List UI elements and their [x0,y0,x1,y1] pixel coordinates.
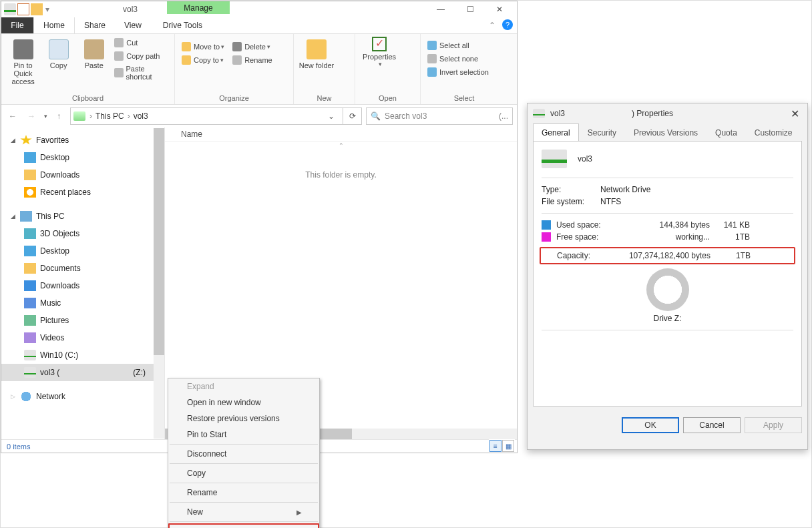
3d-objects-icon [24,228,36,239]
organize-group-label: Organize [175,93,293,104]
copy-to-button[interactable]: Copy to▾ [182,55,224,65]
close-button[interactable]: ✕ [788,107,802,120]
move-to-icon [182,42,191,51]
close-button[interactable]: ✕ [485,2,514,17]
open-group-label: Open [355,93,420,104]
drive-icon [533,109,545,118]
tab-previous-versions[interactable]: Previous Versions [625,123,706,141]
select-all-icon [427,41,437,50]
refresh-button[interactable]: ⟳ [343,107,362,125]
context-menu-item[interactable]: Restore previous versions [168,411,319,427]
copy-path-button[interactable]: Copy path [114,51,170,61]
ok-button[interactable]: OK [622,417,679,433]
context-menu: ExpandOpen in new windowRestore previous… [168,378,320,528]
search-box[interactable]: 🔍 Search vol3 (... [366,107,513,125]
collapse-ribbon-button[interactable]: ⌃ [485,17,499,33]
invert-selection-button[interactable]: Invert selection [427,67,489,77]
minimize-button[interactable]: — [426,2,455,17]
select-none-button[interactable]: Select none [427,54,489,63]
new-folder-button[interactable]: New folder [298,37,335,69]
tab-drive-tools[interactable]: Drive Tools [154,17,212,33]
context-menu-item[interactable]: New▶ [168,504,319,520]
desktop-icon [24,246,36,256]
column-header-name[interactable]: Name [165,127,517,142]
used-swatch-icon [542,220,551,230]
context-menu-item[interactable]: Copy [168,465,319,481]
tree-vol3-z[interactable]: vol3 ((Z:) [1,364,164,381]
select-none-icon [427,54,437,63]
tab-customize[interactable]: Customize [746,123,801,141]
tree-3d-objects[interactable]: 3D Objects [1,225,164,242]
breadcrumb-this-pc[interactable]: This PC [95,111,124,121]
context-menu-item[interactable]: Disconnect [168,446,319,462]
pie-chart-icon [646,268,689,311]
videos-icon [24,332,36,343]
tab-view[interactable]: View [115,17,151,33]
tab-share[interactable]: Share [75,17,115,33]
cancel-button[interactable]: Cancel [683,417,741,433]
move-to-button[interactable]: Move to▾ [182,42,224,51]
file-tab[interactable]: File [1,17,33,33]
tree-documents[interactable]: Documents [1,260,164,277]
tab-home[interactable]: Home [33,17,75,33]
history-dropdown[interactable]: ▾ [44,113,47,119]
large-icons-view-button[interactable]: ▦ [502,440,514,452]
up-button[interactable]: ↑ [51,109,66,123]
tab-general[interactable]: General [533,123,579,141]
tree-recent-places[interactable]: Recent places [1,184,164,201]
maximize-button[interactable]: ☐ [455,2,485,17]
context-menu-item[interactable]: Rename [168,485,319,501]
delete-button[interactable]: Delete▾ [232,42,272,51]
tree-pc-desktop[interactable]: Desktop [1,242,164,260]
paste-shortcut-icon [114,68,123,77]
tab-security[interactable]: Security [579,123,625,141]
music-icon [24,298,36,308]
copy-button[interactable]: Copy [41,37,76,69]
context-menu-item[interactable]: Properties [168,523,319,528]
manage-context-tab[interactable]: Manage [167,1,230,14]
tree-win10-c[interactable]: Win10 (C:) [1,346,164,364]
tree-videos[interactable]: Videos [1,329,164,346]
rename-button[interactable]: Rename [232,55,272,65]
free-swatch-icon [542,232,551,242]
tree-this-pc[interactable]: ◢This PC [1,208,164,225]
context-menu-item[interactable]: Pin to Start [168,427,319,443]
context-menu-item[interactable]: Open in new window [168,394,319,411]
network-icon [20,391,32,402]
forward-button[interactable]: → [24,109,39,123]
pin-to-quick-access-button[interactable]: Pin to Quick access [5,37,41,85]
explorer-titlebar: ▾ vol3 — ☐ ✕ [1,1,517,17]
type-label: Type: [542,185,600,194]
star-icon [20,135,32,146]
cut-button[interactable]: Cut [114,38,170,47]
capacity-row-highlight: Capacity:107,374,182,400 bytes1TB [540,247,795,264]
search-placeholder: Search vol3 [385,111,427,121]
invert-selection-icon [427,67,437,77]
qat-folder-icon[interactable] [31,3,43,15]
paste-button[interactable]: Paste [76,37,112,69]
qat-checkbox-icon[interactable] [17,3,29,15]
tree-favorites[interactable]: ◢Favorites [1,131,164,149]
back-button[interactable]: ← [5,109,20,123]
delete-icon [232,42,242,51]
properties-tabs: General Security Previous Versions Quota… [533,123,802,141]
details-view-button[interactable]: ≡ [489,440,501,452]
tree-desktop[interactable]: Desktop [1,149,164,166]
tree-downloads2[interactable]: Downloads [1,277,164,294]
properties-icon [372,37,387,51]
select-all-button[interactable]: Select all [427,41,489,50]
tree-pictures[interactable]: Pictures [1,312,164,329]
apply-button[interactable]: Apply [745,417,802,433]
properties-button[interactable]: Properties▾ [359,37,399,67]
breadcrumb-vol3[interactable]: vol3 [134,111,148,121]
tree-downloads[interactable]: Downloads [1,166,164,184]
paste-shortcut-button[interactable]: Paste shortcut [114,65,170,81]
help-icon[interactable]: ? [502,19,513,30]
address-box[interactable]: › This PC › vol3 ⌄ [70,107,343,125]
tab-quota[interactable]: Quota [706,123,746,141]
free-space-row: Free space:working...1TB [542,232,793,242]
local-disk-icon [24,350,36,360]
address-dropdown[interactable]: ⌄ [323,111,340,121]
tree-network[interactable]: ▷Network [1,388,164,405]
tree-music[interactable]: Music [1,294,164,312]
